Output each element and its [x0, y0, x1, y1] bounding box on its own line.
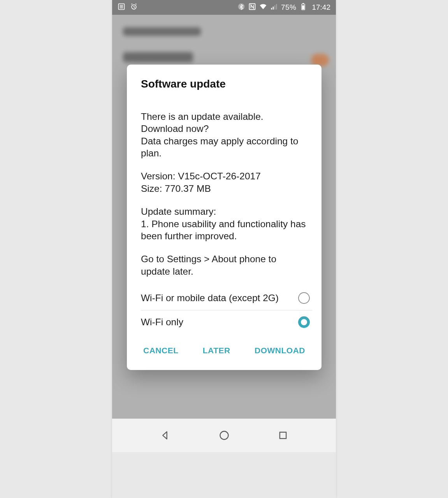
svg-rect-11: [271, 8, 272, 9]
dialog-summary: Update summary: 1. Phone usability and f…: [141, 205, 307, 242]
dialog-intro: There is an update available. Download n…: [141, 110, 307, 159]
summary-header: Update summary:: [141, 205, 307, 217]
svg-rect-12: [273, 7, 274, 10]
svg-rect-14: [276, 4, 277, 9]
nav-home-button[interactable]: [218, 430, 230, 441]
size-row: Size: 770.37 MB: [141, 182, 307, 195]
intro-line: There is an update available.: [141, 110, 307, 123]
alarm-icon: [130, 3, 138, 12]
dialog-version-size: Version: V15c-OCT-26-2017 Size: 770.37 M…: [141, 170, 307, 195]
radio-wifi-or-mobile[interactable]: Wi-Fi or mobile data (except 2G): [141, 286, 312, 310]
svg-rect-17: [302, 5, 305, 9]
dialog-title: Software update: [127, 65, 322, 90]
nav-back-button[interactable]: [159, 430, 171, 441]
screen-body: Software update There is an update avail…: [112, 15, 336, 419]
later-button[interactable]: LATER: [200, 344, 233, 357]
nfc-icon: [248, 3, 256, 12]
phone-frame: 75% 17:42 Software update There is an up…: [112, 0, 336, 498]
svg-rect-16: [303, 3, 304, 4]
cancel-button[interactable]: CANCEL: [141, 344, 181, 357]
wifi-icon: [259, 3, 267, 12]
nav-recent-button[interactable]: [277, 430, 289, 441]
radio-label: Wi-Fi only: [141, 317, 298, 328]
bottom-pad: [112, 452, 336, 498]
svg-line-6: [134, 7, 135, 7]
version-row: Version: V15c-OCT-26-2017: [141, 170, 307, 182]
dialog-later-hint: Go to Settings > About phone to update l…: [141, 253, 307, 277]
radio-label: Wi-Fi or mobile data (except 2G): [141, 293, 298, 303]
svg-rect-19: [280, 432, 286, 438]
dialog-content: There is an update available. Download n…: [127, 90, 322, 277]
radio-button-icon: [298, 316, 310, 328]
android-nav-bar: [112, 419, 336, 452]
radio-button-icon: [298, 292, 310, 304]
download-button[interactable]: DOWNLOAD: [252, 344, 307, 357]
dialog-actions: CANCEL LATER DOWNLOAD: [127, 334, 322, 370]
status-time: 17:42: [312, 3, 330, 12]
signal-icon: [270, 3, 278, 12]
svg-line-8: [135, 4, 137, 4]
radio-wifi-only[interactable]: Wi-Fi only: [141, 310, 312, 334]
battery-icon: [299, 3, 307, 12]
svg-line-7: [131, 4, 132, 4]
svg-rect-13: [274, 5, 276, 9]
bluetooth-icon: [237, 3, 245, 12]
status-bar: 75% 17:42: [112, 0, 336, 15]
software-update-dialog: Software update There is an update avail…: [127, 65, 322, 370]
download-method-radio-group: Wi-Fi or mobile data (except 2G) Wi-Fi o…: [127, 286, 322, 334]
svg-point-18: [220, 431, 228, 440]
intro-line: Data charges may apply according to plan…: [141, 135, 307, 160]
summary-item: 1. Phone usability and functionality has…: [141, 218, 307, 242]
intro-line: Download now?: [141, 123, 307, 135]
list-icon: [118, 3, 125, 12]
battery-percent: 75%: [281, 3, 297, 12]
